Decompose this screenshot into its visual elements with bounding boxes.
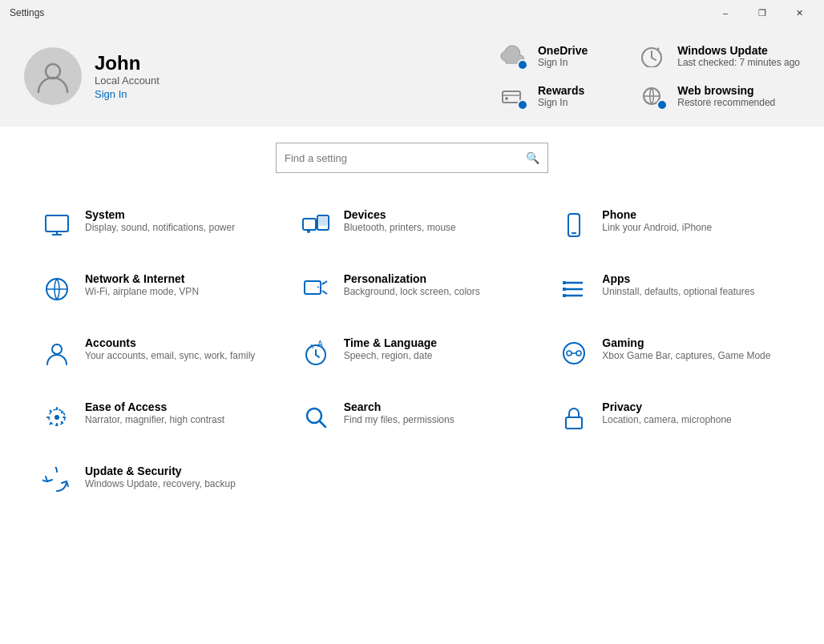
setting-name-update: Update & Security: [85, 465, 236, 477]
setting-desc-time: Speech, region, date: [344, 349, 437, 363]
svg-rect-20: [563, 281, 566, 284]
setting-text-ease: Ease of Access Narrator, magnifier, high…: [85, 400, 224, 427]
setting-text-search: Search Find my files, permissions: [344, 400, 454, 427]
setting-name-apps: Apps: [602, 272, 754, 285]
minimize-button[interactable]: –: [707, 0, 744, 26]
setting-item-ease[interactable]: Ease of Access Narrator, magnifier, high…: [32, 389, 275, 445]
svg-rect-22: [563, 294, 566, 297]
rewards-item[interactable]: Rewards Sign In: [496, 82, 588, 111]
service-col-right: Windows Update Last checked: 7 minutes a…: [636, 42, 800, 111]
svg-text:A: A: [317, 340, 323, 348]
rewards-name: Rewards: [538, 84, 584, 97]
header-services: OneDrive Sign In Rewards Sig: [496, 42, 800, 111]
setting-text-system: System Display, sound, notifications, po…: [85, 208, 235, 235]
app-title: Settings: [10, 7, 44, 18]
svg-point-28: [567, 351, 572, 356]
setting-item-search[interactable]: Search Find my files, permissions: [291, 389, 534, 445]
ease-setting-icon: [40, 400, 74, 434]
search-bar[interactable]: 🔍: [276, 143, 548, 173]
setting-desc-privacy: Location, camera, microphone: [602, 413, 731, 427]
personalization-setting-icon: [299, 272, 333, 306]
windows-update-item[interactable]: Windows Update Last checked: 7 minutes a…: [636, 42, 800, 70]
svg-point-9: [307, 230, 310, 233]
sign-in-link[interactable]: Sign In: [95, 88, 127, 100]
setting-item-apps[interactable]: Apps Uninstall, defaults, optional featu…: [549, 261, 792, 317]
apps-setting-icon: [557, 272, 591, 306]
devices-setting-icon: [299, 208, 333, 242]
search-input[interactable]: [285, 152, 526, 164]
setting-name-accounts: Accounts: [85, 336, 255, 349]
svg-rect-34: [566, 417, 582, 429]
header-section: John Local Account Sign In OneDrive Sign…: [0, 26, 824, 127]
web-browsing-icon: [636, 82, 668, 111]
svg-rect-21: [563, 288, 566, 291]
setting-desc-network: Wi-Fi, airplane mode, VPN: [85, 285, 199, 299]
onedrive-icon: [496, 42, 528, 70]
setting-item-personalization[interactable]: Personalization Background, lock screen,…: [291, 261, 534, 317]
setting-desc-accounts: Your accounts, email, sync, work, family: [85, 349, 255, 363]
setting-text-apps: Apps Uninstall, defaults, optional featu…: [602, 272, 754, 299]
setting-item-time[interactable]: A A Time & Language Speech, region, date: [291, 325, 534, 381]
setting-desc-phone: Link your Android, iPhone: [602, 221, 712, 235]
rewards-dot: [517, 99, 528, 111]
setting-desc-update: Windows Update, recovery, backup: [85, 477, 236, 491]
update-setting-icon: [40, 465, 74, 498]
svg-rect-10: [319, 217, 327, 225]
rewards-text: Rewards Sign In: [538, 84, 584, 108]
web-browsing-item[interactable]: Web browsing Restore recommended: [636, 82, 800, 111]
setting-text-accounts: Accounts Your accounts, email, sync, wor…: [85, 336, 255, 363]
setting-text-time: Time & Language Speech, region, date: [344, 336, 437, 363]
setting-name-search: Search: [344, 400, 454, 413]
setting-desc-personalization: Background, lock screen, colors: [344, 285, 480, 299]
setting-name-ease: Ease of Access: [85, 400, 224, 413]
phone-setting-icon: [557, 208, 591, 242]
setting-text-update: Update & Security Windows Update, recove…: [85, 465, 236, 491]
setting-item-phone[interactable]: Phone Link your Android, iPhone: [549, 197, 792, 253]
svg-line-33: [319, 421, 325, 428]
rewards-sub: Sign In: [538, 97, 584, 108]
titlebar: Settings – ❐ ✕: [0, 0, 824, 26]
setting-desc-search: Find my files, permissions: [344, 413, 454, 427]
gaming-setting-icon: [557, 336, 591, 370]
onedrive-name: OneDrive: [538, 44, 588, 57]
windows-update-icon: [636, 42, 668, 70]
maximize-button[interactable]: ❐: [744, 0, 781, 26]
setting-name-phone: Phone: [602, 208, 712, 221]
windows-update-text: Windows Update Last checked: 7 minutes a…: [677, 44, 800, 68]
privacy-setting-icon: [557, 400, 591, 434]
close-button[interactable]: ✕: [781, 0, 818, 26]
svg-point-0: [46, 64, 60, 78]
service-col-left: OneDrive Sign In Rewards Sig: [496, 42, 588, 111]
setting-name-gaming: Gaming: [602, 336, 770, 349]
setting-item-accounts[interactable]: Accounts Your accounts, email, sync, wor…: [32, 325, 275, 381]
svg-point-30: [55, 415, 59, 420]
onedrive-sub: Sign In: [538, 57, 588, 68]
system-setting-icon: [40, 208, 74, 242]
accounts-setting-icon: [40, 336, 74, 370]
setting-desc-devices: Bluetooth, printers, mouse: [344, 221, 456, 235]
setting-name-privacy: Privacy: [602, 400, 731, 413]
svg-point-29: [576, 351, 581, 356]
setting-desc-ease: Narrator, magnifier, high contrast: [85, 413, 224, 427]
web-browsing-sub: Restore recommended: [677, 97, 775, 108]
account-type: Local Account: [95, 74, 160, 87]
onedrive-item[interactable]: OneDrive Sign In: [496, 42, 588, 70]
svg-rect-4: [46, 215, 68, 231]
svg-line-16: [322, 291, 327, 294]
windows-update-name: Windows Update: [677, 44, 800, 57]
setting-text-personalization: Personalization Background, lock screen,…: [344, 272, 480, 299]
setting-text-gaming: Gaming Xbox Game Bar, captures, Game Mod…: [602, 336, 770, 363]
setting-item-privacy[interactable]: Privacy Location, camera, microphone: [549, 389, 792, 445]
setting-item-system[interactable]: System Display, sound, notifications, po…: [32, 197, 275, 253]
svg-rect-7: [303, 219, 316, 230]
setting-name-personalization: Personalization: [344, 272, 480, 285]
setting-item-network[interactable]: Network & Internet Wi-Fi, airplane mode,…: [32, 261, 275, 317]
setting-item-update[interactable]: Update & Security Windows Update, recove…: [32, 453, 275, 509]
setting-name-time: Time & Language: [344, 336, 437, 349]
user-name: John: [95, 52, 160, 74]
setting-item-devices[interactable]: Devices Bluetooth, printers, mouse: [291, 197, 534, 253]
setting-item-gaming[interactable]: Gaming Xbox Game Bar, captures, Game Mod…: [549, 325, 792, 381]
search-wrap: 🔍: [32, 143, 792, 173]
setting-text-phone: Phone Link your Android, iPhone: [602, 208, 712, 235]
setting-text-network: Network & Internet Wi-Fi, airplane mode,…: [85, 272, 199, 299]
